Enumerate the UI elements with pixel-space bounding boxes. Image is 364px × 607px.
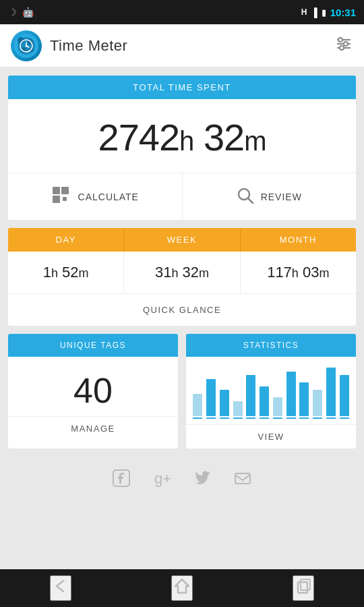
calculate-button[interactable]: CALCULATE [8,173,183,220]
calculate-label: CALCULATE [78,192,139,202]
bar-group [326,368,336,419]
twitter-icon[interactable] [193,469,212,492]
social-bar: g+ [8,457,356,500]
unique-tags-value: 40 [8,357,178,416]
statistics-card: STATISTICS VIEW [186,334,356,449]
bar [233,401,243,416]
bar [273,397,282,416]
bar-line [286,417,296,419]
bar-line [246,417,255,419]
recents-button[interactable] [293,575,314,601]
total-minutes: 32 [204,116,244,158]
week-value: 31h 32m [123,252,239,293]
bar-group [340,375,349,419]
statistics-header: STATISTICS [186,334,356,357]
review-icon [237,187,254,206]
total-time-card: TOTAL TIME SPENT 2742h 32m CALCULATE [8,76,356,220]
bar-group [273,397,282,419]
svg-marker-25 [175,579,189,593]
bar-line [233,417,243,419]
svg-rect-17 [61,187,69,194]
bar [193,394,202,416]
bar-group [299,382,309,419]
total-hours: 2742 [98,116,179,158]
svg-point-14 [344,42,348,46]
bar-group [246,375,255,419]
bar-group [260,386,269,419]
signal-icon: ▐ [311,7,317,18]
bar-line [220,417,229,419]
bar [206,379,216,416]
bar-line [340,417,349,419]
minutes-unit: m [244,126,266,156]
app-bar-left: Time Meter [11,30,127,61]
unique-tags-card: UNIQUE TAGS 40 MANAGE [8,334,178,449]
facebook-icon[interactable] [112,469,131,492]
svg-rect-19 [63,197,67,201]
review-button[interactable]: REVIEW [183,173,357,220]
svg-line-21 [248,198,253,203]
svg-point-13 [338,38,342,42]
calculate-icon [51,185,71,208]
total-time-header: TOTAL TIME SPENT [8,76,356,99]
bar-line [299,417,309,419]
status-bar: ☽ 🤖 H ▐ ▮ 10:31 [0,0,364,24]
bar [260,386,269,416]
googleplus-icon[interactable]: g+ [152,469,171,492]
bar-group [286,372,296,419]
period-card: DAY WEEK MONTH 1h 52m 31h 32m 117h 03m Q… [8,228,356,326]
network-icon: H [301,7,307,17]
settings-icon[interactable] [334,34,353,57]
app-bar: Time Meter [0,24,364,67]
bar [220,390,229,416]
bar-line [260,417,269,419]
day-value: 1h 52m [8,252,123,293]
tab-day[interactable]: DAY [8,228,123,252]
status-bar-left: ☽ 🤖 [8,7,34,18]
view-button[interactable]: VIEW [186,424,356,449]
bar [246,375,255,416]
bar [340,375,349,416]
bar-group [193,394,202,419]
total-time-value: 2742h 32m [8,99,356,173]
svg-point-15 [340,46,344,50]
statistics-chart [186,357,356,424]
bar-group [206,379,216,419]
svg-point-9 [26,45,28,47]
svg-rect-16 [53,187,60,194]
period-header: DAY WEEK MONTH [8,228,356,252]
review-label: REVIEW [261,192,302,202]
month-value: 117h 03m [240,252,356,293]
svg-rect-18 [53,196,60,203]
bar [326,368,336,416]
bar [286,372,296,416]
bar-group [313,390,322,419]
tab-month[interactable]: MONTH [240,228,356,252]
period-values: 1h 52m 31h 32m 117h 03m [8,252,356,293]
battery-icon: ▮ [322,7,326,18]
action-row: CALCULATE REVIEW [8,173,356,220]
status-bar-right: H ▐ ▮ 10:31 [301,7,356,18]
bar-line [193,417,202,419]
main-content: TOTAL TIME SPENT 2742h 32m CALCULATE [0,67,364,509]
quick-glance-button[interactable]: QUICK GLANCE [8,293,356,326]
bar-group [233,401,243,419]
bar-line [313,417,322,419]
svg-rect-26 [298,582,307,593]
home-button[interactable] [171,575,193,601]
bottom-nav [0,569,364,607]
app-title: Time Meter [50,37,127,55]
manage-button[interactable]: MANAGE [8,416,178,440]
hours-unit: h [179,126,193,156]
bottom-cards: UNIQUE TAGS 40 MANAGE STATISTICS VIEW [8,334,356,449]
bar-group [220,390,229,419]
android-icon: 🤖 [22,7,34,18]
unique-tags-header: UNIQUE TAGS [8,334,178,357]
email-icon[interactable] [233,469,252,492]
moon-icon: ☽ [8,7,17,18]
svg-rect-27 [301,579,310,590]
bar-line [206,417,216,419]
back-button[interactable] [50,575,71,601]
tab-week[interactable]: WEEK [123,228,239,252]
bar [299,382,309,416]
